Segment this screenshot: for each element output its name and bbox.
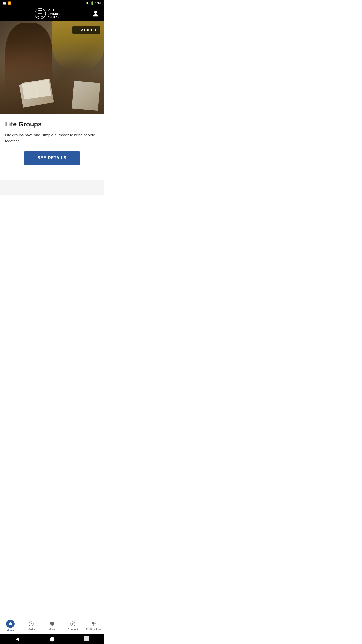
life-groups-title: Life Groups bbox=[5, 120, 99, 128]
logo-container: OUR SAVIOR'S CHURCH bbox=[34, 8, 70, 19]
signal-icon: 📶 bbox=[7, 1, 11, 5]
svg-text:CHURCH: CHURCH bbox=[48, 16, 60, 19]
life-groups-description: Life groups have one, simple purpose: to… bbox=[5, 132, 99, 144]
status-right: LTE 🔋 1:40 bbox=[84, 1, 101, 5]
featured-badge: FEATURED bbox=[72, 26, 100, 34]
church-logo: OUR SAVIOR'S CHURCH bbox=[34, 8, 70, 19]
status-bar: ▦ 📶 LTE 🔋 1:40 bbox=[0, 0, 104, 6]
content-area: Life Groups Life groups have one, simple… bbox=[0, 114, 104, 175]
gray-section bbox=[0, 180, 104, 195]
see-details-button[interactable]: SEE DETAILS bbox=[24, 151, 80, 165]
book-right bbox=[72, 80, 100, 111]
network-label: LTE bbox=[84, 1, 89, 5]
featured-image: FEATURED bbox=[0, 21, 104, 114]
header: OUR SAVIOR'S CHURCH bbox=[0, 6, 104, 21]
svg-text:SAVIOR'S: SAVIOR'S bbox=[48, 12, 60, 15]
battery-icon: 🔋 bbox=[90, 1, 94, 5]
grid-icon: ▦ bbox=[3, 1, 6, 5]
status-left: ▦ 📶 bbox=[3, 1, 11, 5]
time-label: 1:40 bbox=[95, 1, 101, 5]
profile-button[interactable] bbox=[91, 9, 100, 18]
svg-text:OUR: OUR bbox=[48, 9, 55, 12]
